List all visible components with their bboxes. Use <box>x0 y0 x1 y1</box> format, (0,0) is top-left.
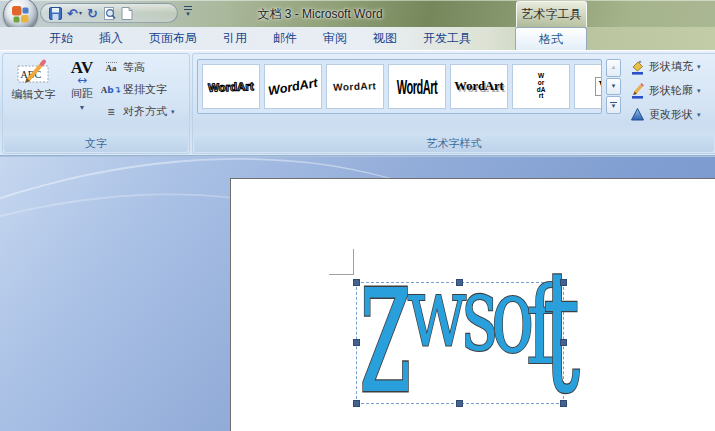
even-height-button[interactable]: Aa 等高 <box>103 59 189 76</box>
alignment-button[interactable]: ≡ 对齐方式 ▾ <box>103 103 189 120</box>
chevron-down-icon: ▾ <box>171 108 175 116</box>
shape-outline-icon <box>629 83 645 99</box>
tab-format-active[interactable]: 格式 <box>515 27 587 50</box>
wordart-style-tile[interactable]: WordArt <box>512 64 570 109</box>
tab-page-layout[interactable]: 页面布局 <box>136 27 210 50</box>
tab-review[interactable]: 审阅 <box>310 27 360 50</box>
selection-handle[interactable] <box>560 339 567 346</box>
title-bar: ↶▾ ↻ ▼ 文档 3 - Microsoft Word 艺术字工具 <box>0 0 715 27</box>
wordart-style-tile[interactable]: WordArt <box>202 64 260 109</box>
selection-handle[interactable] <box>353 400 360 407</box>
spacing-button[interactable]: AV ↔ 间距 ▼ <box>63 57 101 111</box>
undo-icon[interactable]: ↶▾ <box>67 7 82 20</box>
spacing-label: 间距 <box>71 86 93 101</box>
contextual-tab-group-label: 艺术字工具 <box>516 1 587 27</box>
change-shape-label: 更改形状 <box>649 107 693 122</box>
ribbon-tab-row: 开始 插入 页面布局 引用 邮件 审阅 视图 开发工具 格式 <box>0 27 715 50</box>
vertical-text-label: 竖排文字 <box>123 82 167 97</box>
svg-text:z: z <box>359 205 412 431</box>
wordart-style-tile[interactable]: WordArt <box>326 64 384 109</box>
group-label-text: 文字 <box>4 135 188 152</box>
svg-text:w: w <box>407 255 467 369</box>
tab-view[interactable]: 视图 <box>360 27 410 50</box>
wordart-style-tile[interactable]: WordArt <box>450 64 508 109</box>
wordart-style-gallery: WordArt WordArt WordArt WordArt WordArt … <box>197 59 602 114</box>
change-shape-button[interactable]: 更改形状 ▾ <box>629 106 701 123</box>
wordart-object[interactable]: z w s o f t <box>357 283 565 405</box>
tab-home[interactable]: 开始 <box>36 27 86 50</box>
tab-developer[interactable]: 开发工具 <box>410 27 484 50</box>
selection-handle[interactable] <box>560 400 567 407</box>
wordart-selection-box[interactable]: z w s o f t <box>356 282 564 404</box>
office-logo-icon <box>11 5 30 24</box>
ribbon: ABC 编辑文字 AV ↔ 间距 ▼ Aa 等高 Ab↴ 竖排文字 ≡ <box>0 50 715 155</box>
save-icon[interactable] <box>49 7 62 20</box>
selection-handle[interactable] <box>456 400 463 407</box>
shape-fill-icon <box>629 59 645 75</box>
selection-handle[interactable] <box>353 339 360 346</box>
quick-access-toolbar: ↶▾ ↻ <box>40 3 178 23</box>
shape-fill-label: 形状填充 <box>649 59 693 74</box>
alignment-label: 对齐方式 <box>123 104 167 119</box>
even-height-label: 等高 <box>123 60 145 75</box>
selection-handle[interactable] <box>456 279 463 286</box>
gallery-scroll-down-icon[interactable]: ▼ <box>606 78 621 96</box>
alignment-icon: ≡ <box>103 104 119 120</box>
shape-fill-button[interactable]: 形状填充 ▾ <box>629 58 701 75</box>
print-preview-icon[interactable] <box>103 7 116 20</box>
edit-text-icon: ABC <box>17 57 51 85</box>
wordart-style-tile[interactable]: WordArt <box>264 64 322 109</box>
tab-insert[interactable]: 插入 <box>86 27 136 50</box>
chevron-down-icon: ▾ <box>697 87 701 95</box>
new-document-icon[interactable] <box>121 7 133 20</box>
customize-quick-access-icon[interactable]: ▼ <box>182 6 194 17</box>
tab-mailings[interactable]: 邮件 <box>260 27 310 50</box>
document-page[interactable]: z w s o f t <box>230 178 715 431</box>
shape-outline-button[interactable]: 形状轮廓 ▾ <box>629 82 701 99</box>
group-wordart-styles: WordArt WordArt WordArt WordArt WordArt … <box>192 53 715 154</box>
edit-text-button[interactable]: ABC 编辑文字 <box>6 57 61 102</box>
wordart-style-tile[interactable]: W <box>574 64 602 109</box>
change-shape-icon <box>629 107 645 123</box>
window-title: 文档 3 - Microsoft Word <box>205 6 435 23</box>
selection-handle[interactable] <box>560 279 567 286</box>
wordart-style-tile[interactable]: WordArt <box>388 64 446 109</box>
vertical-text-icon: Ab↴ <box>103 82 119 98</box>
group-text: ABC 编辑文字 AV ↔ 间距 ▼ Aa 等高 Ab↴ 竖排文字 ≡ <box>2 53 190 154</box>
vertical-text-button[interactable]: Ab↴ 竖排文字 <box>103 81 189 98</box>
gallery-scrollbar: ▲ ▼ ▼ <box>606 59 621 114</box>
repeat-icon[interactable]: ↻ <box>87 7 98 20</box>
document-workspace[interactable]: z w s o f t <box>0 157 715 431</box>
selection-handle[interactable] <box>353 279 360 286</box>
even-height-icon: Aa <box>103 60 119 76</box>
margin-corner-mark <box>353 249 354 274</box>
group-label-wordart-styles: 艺术字样式 <box>194 135 714 152</box>
chevron-down-icon: ▾ <box>697 63 701 71</box>
gallery-scroll-up-icon[interactable]: ▲ <box>606 59 621 77</box>
chevron-down-icon: ▼ <box>79 104 86 111</box>
margin-corner-mark <box>329 274 354 275</box>
tab-references[interactable]: 引用 <box>210 27 260 50</box>
edit-text-label: 编辑文字 <box>12 87 56 102</box>
shape-outline-label: 形状轮廓 <box>649 83 693 98</box>
gallery-more-icon[interactable]: ▼ <box>606 96 621 114</box>
chevron-down-icon: ▾ <box>697 111 701 119</box>
spacing-arrow-icon: ↔ <box>77 76 87 84</box>
